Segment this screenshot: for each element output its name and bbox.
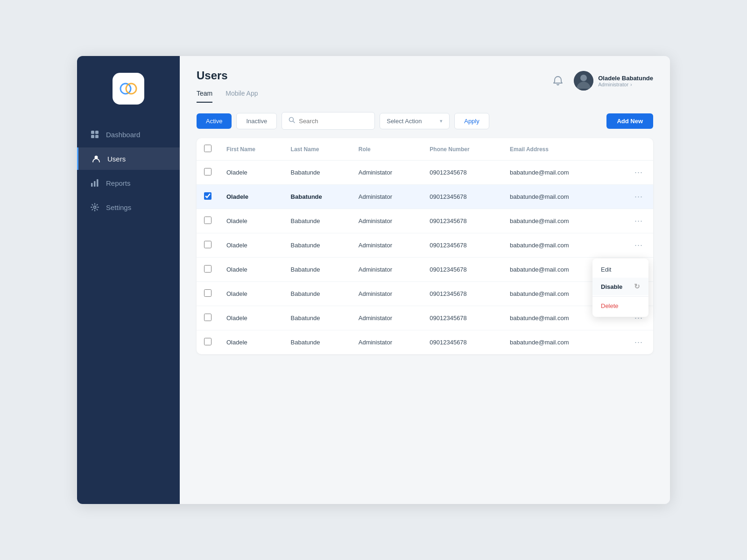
row-email: babatunde@mail.com [502, 233, 611, 258]
tab-mobile-app[interactable]: Mobile App [226, 90, 258, 103]
row-role: Administator [351, 185, 423, 209]
row-role: Administator [351, 330, 423, 355]
header-right: Oladele Babatunde Administrator › [550, 69, 653, 91]
apply-button[interactable]: Apply [454, 113, 489, 129]
main-content: Users Team Mobile App [180, 56, 670, 504]
context-menu-edit[interactable]: Edit [592, 261, 648, 278]
table-row: Oladele Babatunde Administator 090123456… [197, 185, 653, 209]
select-action-dropdown[interactable]: Select Action ▾ [380, 113, 450, 129]
row-checkbox[interactable] [204, 168, 211, 175]
row-checkbox-cell [197, 185, 219, 209]
row-firstname: Oladele [219, 330, 283, 355]
sidebar-item-label: Users [107, 155, 126, 163]
row-firstname: Oladele [219, 161, 283, 185]
sidebar-item-label: Settings [106, 203, 131, 211]
row-more-button[interactable]: ··· [632, 191, 646, 203]
row-checkbox-cell [197, 233, 219, 258]
row-actions-cell: ··· [611, 209, 653, 233]
user-name: Oladele Babatunde [598, 75, 653, 82]
row-email: babatunde@mail.com [502, 209, 611, 233]
row-checkbox[interactable] [204, 338, 211, 345]
col-firstname: First Name [219, 138, 283, 161]
chart-icon [90, 178, 99, 188]
search-box [282, 112, 375, 130]
col-actions [611, 138, 653, 161]
chevron-down-icon: ▾ [440, 118, 443, 124]
inactive-filter-button[interactable]: Inactive [236, 113, 277, 129]
row-phone: 09012345678 [422, 306, 502, 330]
svg-rect-4 [91, 135, 94, 138]
row-lastname: Babatunde [283, 161, 351, 185]
row-checkbox[interactable] [204, 241, 211, 248]
row-lastname: Babatunde [283, 330, 351, 355]
row-checkbox[interactable] [204, 314, 211, 321]
row-checkbox[interactable] [204, 217, 211, 224]
svg-point-10 [94, 206, 96, 209]
select-all-header [197, 138, 219, 161]
context-menu-delete[interactable]: Delete [592, 298, 648, 314]
row-checkbox[interactable] [204, 192, 211, 200]
page-title: Users [197, 69, 258, 82]
add-new-button[interactable]: Add New [606, 113, 653, 129]
notification-button[interactable] [550, 72, 566, 89]
row-more-button[interactable]: ··· [632, 215, 646, 227]
context-menu-disable[interactable]: Disable ↻ [592, 278, 648, 295]
row-role: Administator [351, 258, 423, 282]
table-row: Oladele Babatunde Administator 090123456… [197, 282, 653, 306]
svg-rect-7 [91, 183, 93, 187]
active-filter-button[interactable]: Active [197, 113, 232, 129]
row-lastname: Babatunde [283, 185, 351, 209]
row-actions-cell: ··· [611, 330, 653, 355]
row-firstname: Oladele [219, 209, 283, 233]
search-input[interactable] [299, 118, 364, 125]
users-icon [92, 154, 101, 163]
svg-rect-2 [91, 131, 94, 134]
row-checkbox-cell [197, 282, 219, 306]
row-firstname: Oladele [219, 282, 283, 306]
row-email: babatunde@mail.com [502, 185, 611, 209]
row-more-button[interactable]: ··· [632, 167, 646, 178]
row-phone: 09012345678 [422, 161, 502, 185]
row-more-button[interactable]: ··· [632, 336, 646, 348]
row-firstname: Oladele [219, 233, 283, 258]
row-checkbox[interactable] [204, 289, 211, 297]
header-left: Users Team Mobile App [197, 69, 258, 103]
row-more-button[interactable]: ··· [632, 239, 646, 251]
col-lastname: Last Name [283, 138, 351, 161]
search-icon [289, 117, 295, 125]
sidebar-nav: Dashboard Users [77, 123, 180, 218]
svg-rect-8 [94, 181, 96, 187]
row-checkbox[interactable] [204, 265, 211, 273]
gear-icon [90, 203, 99, 212]
sidebar-item-users[interactable]: Users [77, 147, 180, 170]
row-role: Administator [351, 233, 423, 258]
row-lastname: Babatunde [283, 282, 351, 306]
row-role: Administator [351, 161, 423, 185]
tab-team[interactable]: Team [197, 90, 212, 103]
row-phone: 09012345678 [422, 209, 502, 233]
row-actions-cell: ··· [611, 161, 653, 185]
grid-icon [90, 130, 99, 139]
sidebar-item-dashboard[interactable]: Dashboard [77, 123, 180, 146]
app-logo [113, 73, 144, 105]
select-all-checkbox[interactable] [204, 145, 211, 152]
sidebar: Dashboard Users [77, 56, 180, 504]
sidebar-item-settings[interactable]: Settings [77, 196, 180, 218]
row-firstname: Oladele [219, 185, 283, 209]
row-email: babatunde@mail.com [502, 330, 611, 355]
svg-point-12 [580, 75, 587, 81]
row-checkbox-cell [197, 258, 219, 282]
row-lastname: Babatunde [283, 233, 351, 258]
chevron-right-icon: › [630, 82, 632, 87]
row-email: babatunde@mail.com [502, 161, 611, 185]
row-phone: 09012345678 [422, 330, 502, 355]
sidebar-item-reports[interactable]: Reports [77, 172, 180, 194]
svg-rect-5 [95, 135, 99, 138]
toolbar: Active Inactive Select Action ▾ Apply [197, 112, 653, 130]
avatar [574, 71, 593, 91]
row-actions-cell: ··· [611, 185, 653, 209]
sidebar-item-label: Reports [106, 179, 131, 187]
user-profile[interactable]: Oladele Babatunde Administrator › [574, 71, 653, 91]
col-role: Role [351, 138, 423, 161]
row-checkbox-cell [197, 209, 219, 233]
